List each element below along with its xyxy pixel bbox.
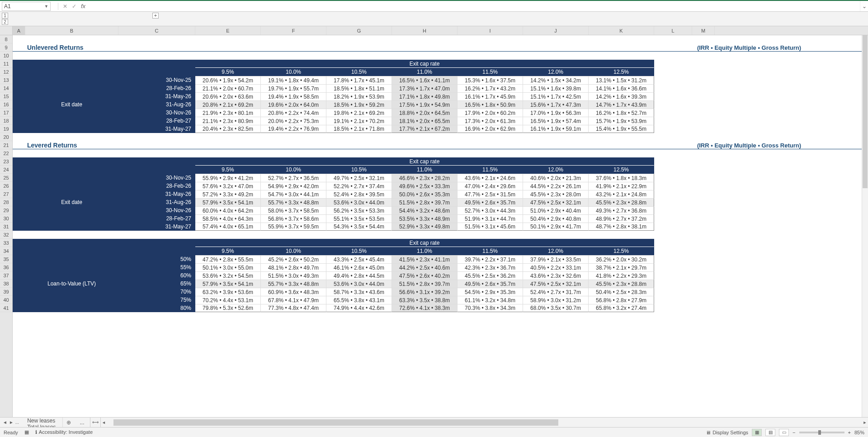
select-all-corner[interactable] xyxy=(0,26,12,35)
cell[interactable] xyxy=(25,157,118,166)
cell[interactable] xyxy=(654,280,692,288)
row-label[interactable]: 28-Feb-27 xyxy=(118,214,195,223)
cell[interactable] xyxy=(195,231,261,239)
cell[interactable] xyxy=(261,133,326,141)
data-cell[interactable]: 49.4% • 2.8x • 44.5m xyxy=(326,271,392,280)
cap-rate-col[interactable]: 10.5% xyxy=(326,68,392,76)
cell[interactable] xyxy=(654,166,692,174)
cell[interactable] xyxy=(654,296,692,304)
data-cell[interactable]: 43.6% • 2.3x • 32.6m xyxy=(523,271,589,280)
cap-rate-col[interactable]: 12.5% xyxy=(589,68,654,76)
cell[interactable] xyxy=(13,84,25,92)
data-cell[interactable]: 16.2% • 1.8x • 52.7m xyxy=(589,109,654,117)
cell[interactable] xyxy=(13,214,25,223)
cell[interactable] xyxy=(326,149,392,157)
data-cell[interactable]: 58.9% • 3.0x • 31.2m xyxy=(523,296,589,304)
data-cell[interactable]: 56.2% • 3.5x • 53.3m xyxy=(326,206,392,214)
row-label[interactable]: 31-Aug-26 xyxy=(118,100,195,109)
data-cell[interactable]: 49.5% • 2.6x • 35.7m xyxy=(458,198,523,206)
cap-rate-col[interactable]: 10.0% xyxy=(261,68,326,76)
cell[interactable] xyxy=(692,133,715,141)
view-normal-icon[interactable]: ▦ xyxy=(752,429,762,436)
data-cell[interactable]: 53.6% • 3.0x • 44.0m xyxy=(326,198,392,206)
data-cell[interactable]: 58.0% • 3.7x • 58.5m xyxy=(261,206,326,214)
cell[interactable] xyxy=(692,255,715,263)
cell[interactable] xyxy=(25,92,118,100)
cell[interactable] xyxy=(13,52,25,60)
data-cell[interactable]: 49.7% • 2.5x • 32.1m xyxy=(326,174,392,182)
cell[interactable] xyxy=(654,35,692,43)
cell[interactable] xyxy=(589,133,654,141)
tab-nav-next-icon[interactable]: ► xyxy=(9,420,14,425)
row-header-8[interactable]: 8 xyxy=(0,35,12,43)
row-label[interactable]: 31-May-26 xyxy=(118,92,195,100)
cell[interactable] xyxy=(326,141,392,149)
cell[interactable] xyxy=(25,206,118,214)
data-cell[interactable]: 40.5% • 2.2x • 33.1m xyxy=(523,263,589,271)
row-label[interactable]: 55% xyxy=(118,263,195,271)
data-cell[interactable]: 46.6% • 2.3x • 28.2m xyxy=(392,174,458,182)
cell[interactable] xyxy=(523,43,589,52)
col-header-G[interactable]: G xyxy=(326,26,392,35)
col-header-I[interactable]: I xyxy=(458,26,523,35)
row-header-39[interactable]: 39 xyxy=(0,288,12,296)
cell[interactable] xyxy=(25,190,118,198)
cell[interactable] xyxy=(654,125,692,133)
cell[interactable] xyxy=(692,247,715,255)
data-cell[interactable]: 53.6% • 3.2x • 54.5m xyxy=(195,271,261,280)
data-cell[interactable]: 63.2% • 3.9x • 53.6m xyxy=(195,288,261,296)
cell[interactable] xyxy=(458,43,523,52)
data-cell[interactable]: 18.8% • 2.0x • 64.5m xyxy=(392,109,458,117)
cell[interactable] xyxy=(195,43,261,52)
cell[interactable] xyxy=(692,166,715,174)
cell[interactable] xyxy=(13,223,25,231)
data-cell[interactable]: 37.9% • 2.1x • 33.5m xyxy=(523,255,589,263)
row-header-11[interactable]: 11 xyxy=(0,60,12,68)
side-label[interactable]: Loan-to-Value (LTV) xyxy=(25,280,118,288)
cell[interactable] xyxy=(118,247,195,255)
row-label[interactable]: 70% xyxy=(118,288,195,296)
cell[interactable] xyxy=(13,117,25,125)
data-cell[interactable]: 16.5% • 1.6x • 41.1m xyxy=(392,76,458,84)
cell[interactable] xyxy=(692,84,715,92)
data-cell[interactable]: 39.7% • 2.2x • 37.1m xyxy=(458,255,523,263)
cell[interactable] xyxy=(25,263,118,271)
col-header-E[interactable]: E xyxy=(195,26,261,35)
data-cell[interactable]: 72.6% • 4.1x • 38.3m xyxy=(392,304,458,312)
data-cell[interactable]: 50.0% • 2.6x • 35.3m xyxy=(392,190,458,198)
vertical-scrollbar[interactable] xyxy=(862,35,868,417)
cell[interactable] xyxy=(261,43,326,52)
row-label[interactable]: 31-May-26 xyxy=(118,190,195,198)
data-cell[interactable]: 15.4% • 1.9x • 55.5m xyxy=(589,125,654,133)
cap-rate-col[interactable]: 11.0% xyxy=(392,166,458,174)
cell[interactable] xyxy=(589,231,654,239)
cell[interactable] xyxy=(654,43,692,52)
cell[interactable] xyxy=(523,133,589,141)
data-cell[interactable]: 18.5% • 2.1x • 71.8m xyxy=(326,125,392,133)
row-header-16[interactable]: 16 xyxy=(0,100,12,109)
cell[interactable] xyxy=(118,166,195,174)
cap-rate-col[interactable]: 9.5% xyxy=(195,68,261,76)
data-cell[interactable]: 19.4% • 1.9x • 58.5m xyxy=(261,92,326,100)
cap-rate-col[interactable]: 11.5% xyxy=(458,68,523,76)
cell[interactable] xyxy=(654,190,692,198)
cell[interactable] xyxy=(654,255,692,263)
cell[interactable] xyxy=(118,133,195,141)
cell[interactable] xyxy=(589,52,654,60)
cell[interactable] xyxy=(118,52,195,60)
cell[interactable] xyxy=(654,141,692,149)
cell[interactable] xyxy=(13,109,25,117)
cell[interactable] xyxy=(458,231,523,239)
cell[interactable] xyxy=(654,182,692,190)
data-cell[interactable]: 42.3% • 2.3x • 36.7m xyxy=(458,263,523,271)
cell[interactable] xyxy=(692,76,715,84)
data-cell[interactable]: 52.9% • 3.3x • 49.8m xyxy=(392,223,458,231)
cell[interactable] xyxy=(692,117,715,125)
row-header-41[interactable]: 41 xyxy=(0,304,12,312)
cell[interactable] xyxy=(692,271,715,280)
data-cell[interactable]: 16.1% • 1.7x • 45.9m xyxy=(458,92,523,100)
data-cell[interactable]: 79.8% • 5.3x • 52.6m xyxy=(195,304,261,312)
cell[interactable] xyxy=(25,84,118,92)
cell[interactable] xyxy=(458,141,523,149)
row-label[interactable]: 60% xyxy=(118,271,195,280)
